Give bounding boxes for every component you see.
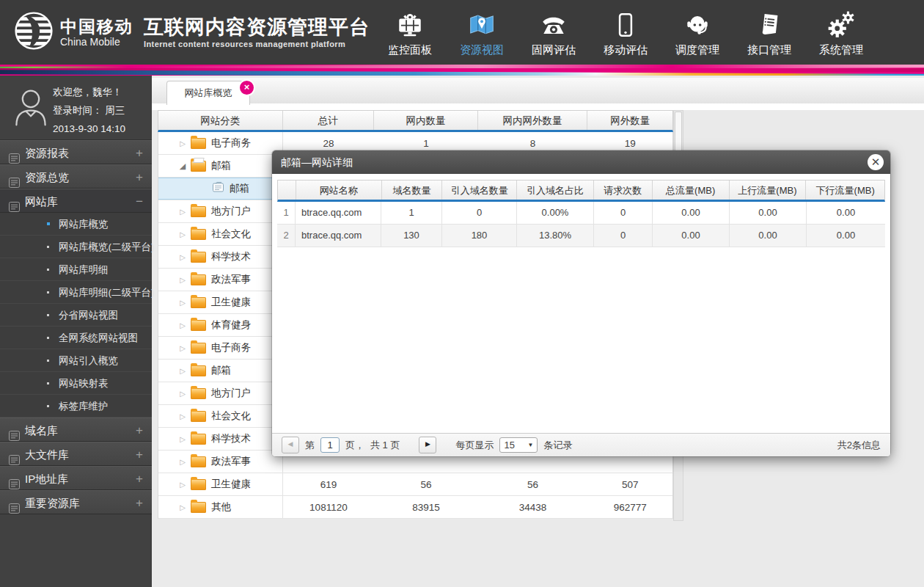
column-header: 引入域名占比	[517, 181, 594, 200]
sidebar-item-label: 域名库	[25, 424, 58, 437]
nav-item-label: 系统管理	[805, 43, 877, 57]
expand-arrow-icon[interactable]: ▷	[177, 139, 188, 147]
bullet-icon	[47, 246, 49, 248]
expand-icon[interactable]: +	[136, 442, 143, 467]
sidebar-item-resource-report[interactable]: 资源报表+	[0, 140, 152, 164]
sidebar-item-website-lib[interactable]: 网站库−	[0, 189, 152, 213]
expand-arrow-icon[interactable]: ▷	[177, 458, 188, 466]
expand-arrow-icon[interactable]: ▷	[177, 367, 188, 375]
sidebar-item-resource-overview[interactable]: 资源总览+	[0, 164, 152, 189]
table-cell: 0.00	[807, 202, 885, 224]
collapse-arrow-icon[interactable]: ◢	[177, 161, 188, 171]
prev-page-button[interactable]: ◀	[282, 437, 299, 453]
expand-arrow-icon[interactable]: ▷	[177, 276, 188, 284]
table-cell: 0	[594, 225, 653, 247]
total-pages-label: 共 1 页	[370, 439, 400, 452]
tree-node-label: 卫生健康	[211, 478, 251, 491]
nav-item-mobile-eval[interactable]: 移动评估	[590, 9, 661, 57]
bullet-icon	[47, 314, 49, 316]
tree-cell: ▷电子商务	[158, 337, 283, 359]
sidebar-item-bigfile-lib[interactable]: 大文件库+	[0, 442, 152, 466]
table-cell: btrace.qq.com	[296, 202, 381, 224]
expand-icon[interactable]: +	[136, 418, 143, 442]
tree-node-label: 其他	[211, 500, 231, 514]
page-size-select[interactable]: 15 ▼	[499, 437, 538, 453]
tree-node-label: 地方门户	[211, 387, 251, 400]
sidebar-item-ip-lib[interactable]: IP地址库+	[0, 466, 152, 490]
sidebar-item-label: 资源总览	[25, 171, 69, 183]
expand-arrow-icon[interactable]: ▷	[177, 412, 188, 420]
tree-node-label: 社会文化	[211, 409, 251, 423]
column-header: 总计	[283, 111, 375, 130]
column-header: 网外数量	[587, 111, 672, 130]
sidebar-subitem[interactable]: 网站引入概览	[0, 349, 152, 372]
table-row[interactable]: 2btrace.qq.com13018013.80%00.000.000.00	[277, 225, 885, 247]
brand: 中国移动 China Mobile 互联网内容资源管理平台 Internet c…	[12, 9, 370, 56]
expand-arrow-icon[interactable]: ▷	[177, 208, 188, 216]
nav-item-interface-mgmt[interactable]: 接口管理	[733, 9, 805, 57]
nav-item-resource-view[interactable]: 资源视图	[446, 9, 518, 57]
sidebar-subitem-label: 网站库概览(二级平台)	[59, 241, 155, 252]
expand-arrow-icon[interactable]: ▷	[177, 435, 188, 443]
bullet-icon	[47, 222, 50, 225]
expand-arrow-icon[interactable]: ▷	[177, 344, 188, 352]
expand-icon[interactable]: +	[136, 141, 143, 165]
tree-node-label: 地方门户	[211, 205, 251, 218]
sidebar-subitem[interactable]: 全网系统网站视图	[0, 327, 152, 349]
modal-titlebar: 邮箱—网站详细 ✕	[272, 150, 890, 174]
nav-item-label: 固网评估	[518, 43, 590, 57]
expand-arrow-icon[interactable]: ▷	[177, 299, 188, 307]
folder-icon	[191, 320, 206, 331]
expand-arrow-icon[interactable]: ▷	[177, 481, 188, 489]
nav-item-system-mgmt[interactable]: 系统管理	[805, 9, 877, 57]
headset-icon	[661, 9, 733, 41]
table-row[interactable]: ▷卫生健康6195656507	[158, 473, 672, 496]
table-row[interactable]: ▷其他10811208391534438962777	[158, 496, 672, 519]
page-title: 互联网内容资源管理平台	[144, 16, 370, 38]
column-header: 引入域名数量	[442, 181, 517, 200]
column-header: 网内网外数量	[478, 111, 588, 130]
app-header: 中国移动 China Mobile 互联网内容资源管理平台 Internet c…	[0, 0, 924, 65]
page-suffix-label: 页，	[345, 439, 364, 452]
sidebar-subitem[interactable]: 网站库明细(二级平台)	[0, 281, 152, 304]
modal-close-button[interactable]: ✕	[868, 154, 884, 170]
document-icon	[733, 9, 805, 41]
sidebar-subitem[interactable]: 网站库概览(二级平台)	[0, 236, 152, 258]
sidebar-subitem[interactable]: 标签库维护	[0, 395, 152, 418]
sidebar-subitem-label: 网站库明细(二级平台)	[59, 287, 155, 298]
nav-item-dispatch-mgmt[interactable]: 调度管理	[661, 9, 733, 57]
expand-arrow-icon[interactable]: ▷	[177, 503, 188, 511]
sidebar-subitem[interactable]: 网站库概览	[0, 213, 152, 236]
expand-arrow-icon[interactable]: ▷	[177, 230, 188, 238]
mobile-icon	[590, 9, 661, 41]
tab-close-icon[interactable]: ×	[238, 79, 255, 96]
sidebar-subitem-label: 全网系统网站视图	[59, 332, 138, 343]
nav-item-fixed-network-eval[interactable]: 固网评估	[518, 9, 590, 57]
table-row[interactable]: 1btrace.qq.com100.00%00.000.000.00	[277, 202, 885, 225]
sidebar-item-key-resource-lib[interactable]: 重要资源库+	[0, 490, 152, 514]
tree-node-label: 卫生健康	[211, 296, 251, 309]
tab-website-overview[interactable]: 网站库概览	[166, 81, 250, 105]
sidebar-subitem[interactable]: 网站库明细	[0, 258, 152, 281]
table-cell: 180	[442, 225, 517, 247]
next-page-button[interactable]: ▶	[419, 437, 436, 453]
expand-icon[interactable]: +	[136, 467, 143, 491]
sidebar-subitem[interactable]: 分省网站视图	[0, 304, 152, 327]
tree-cell: ▷政法军事	[158, 451, 283, 473]
nav-item-dashboard[interactable]: 监控面板	[374, 9, 446, 57]
expand-arrow-icon[interactable]: ▷	[177, 390, 188, 398]
sidebar-item-domain-lib[interactable]: 域名库+	[0, 418, 152, 442]
sidebar-item-label: 重要资源库	[25, 497, 80, 509]
expand-arrow-icon[interactable]: ▷	[177, 321, 188, 329]
sidebar-subitem[interactable]: 网站映射表	[0, 372, 152, 395]
tab-bar	[152, 78, 924, 106]
collapse-icon[interactable]: −	[136, 189, 143, 214]
tree-node-label: 邮箱	[230, 182, 249, 195]
expand-icon[interactable]: +	[136, 491, 143, 515]
expand-icon[interactable]: +	[136, 165, 143, 189]
table-cell: 962777	[587, 496, 672, 518]
page-input[interactable]	[320, 437, 340, 453]
folder-icon	[191, 297, 206, 308]
tree-cell: ▷卫生健康	[158, 291, 283, 313]
expand-arrow-icon[interactable]: ▷	[177, 253, 188, 261]
